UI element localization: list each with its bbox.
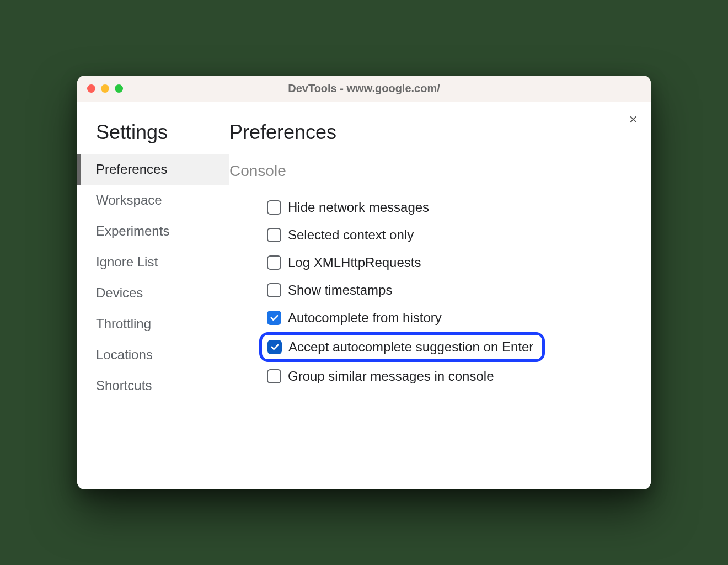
- option-label: Show timestamps: [288, 282, 392, 298]
- devtools-settings-window: DevTools - www.google.com/ × Settings Pr…: [77, 76, 651, 489]
- option-row[interactable]: Autocomplete from history: [259, 305, 449, 331]
- window-title: DevTools - www.google.com/: [77, 82, 651, 95]
- traffic-lights: [87, 84, 123, 93]
- checkbox[interactable]: [267, 340, 282, 354]
- close-icon[interactable]: ×: [629, 112, 638, 126]
- maximize-window-button[interactable]: [115, 84, 123, 93]
- sidebar-heading: Settings: [77, 121, 229, 154]
- options-list: Hide network messagesSelected context on…: [229, 194, 629, 390]
- sidebar-item-devices[interactable]: Devices: [77, 278, 229, 308]
- window-body: × Settings PreferencesWorkspaceExperimen…: [77, 102, 651, 489]
- divider: [229, 153, 629, 153]
- option-label: Log XMLHttpRequests: [288, 255, 421, 270]
- sidebar-item-shortcuts[interactable]: Shortcuts: [77, 370, 229, 401]
- section-title: Console: [229, 162, 629, 180]
- option-row[interactable]: Accept autocomplete suggestion on Enter: [259, 332, 545, 362]
- option-row[interactable]: Log XMLHttpRequests: [259, 249, 429, 276]
- sidebar-item-locations[interactable]: Locations: [77, 339, 229, 370]
- option-row[interactable]: Hide network messages: [259, 194, 437, 221]
- sidebar-item-throttling[interactable]: Throttling: [77, 308, 229, 339]
- option-label: Accept autocomplete suggestion on Enter: [288, 339, 533, 355]
- option-row[interactable]: Show timestamps: [259, 277, 400, 303]
- sidebar-item-workspace[interactable]: Workspace: [77, 185, 229, 216]
- minimize-window-button[interactable]: [101, 84, 109, 93]
- window-titlebar: DevTools - www.google.com/: [77, 76, 651, 102]
- option-label: Hide network messages: [288, 200, 429, 215]
- sidebar-item-ignore-list[interactable]: Ignore List: [77, 247, 229, 278]
- checkbox[interactable]: [267, 255, 281, 270]
- option-label: Selected context only: [288, 227, 414, 243]
- checkbox[interactable]: [267, 311, 281, 325]
- option-row[interactable]: Group similar messages in console: [259, 363, 502, 390]
- settings-sidebar: Settings PreferencesWorkspaceExperiments…: [77, 102, 229, 489]
- close-window-button[interactable]: [87, 84, 95, 93]
- preferences-panel: Preferences Console Hide network message…: [229, 102, 651, 489]
- checkbox[interactable]: [267, 369, 281, 383]
- checkbox[interactable]: [267, 283, 281, 297]
- option-row[interactable]: Selected context only: [259, 222, 421, 248]
- checkbox[interactable]: [267, 228, 281, 242]
- option-label: Group similar messages in console: [288, 369, 494, 384]
- panel-title: Preferences: [229, 121, 629, 153]
- option-label: Autocomplete from history: [288, 310, 442, 326]
- checkbox[interactable]: [267, 200, 281, 215]
- sidebar-item-experiments[interactable]: Experiments: [77, 216, 229, 247]
- sidebar-item-preferences[interactable]: Preferences: [77, 154, 229, 185]
